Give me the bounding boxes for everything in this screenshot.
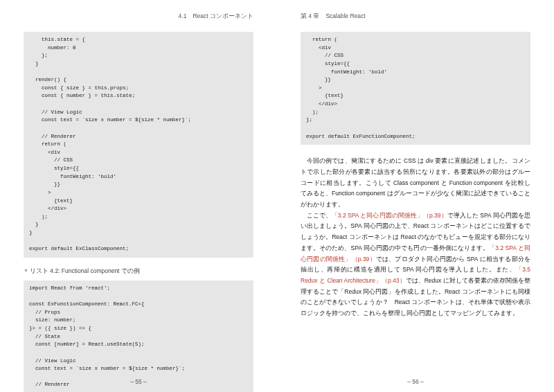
triangle-icon: ▼ bbox=[24, 268, 28, 273]
page-right: 第 4 章 Scalable React return ( <div // CS… bbox=[277, 0, 554, 392]
page-number-left: – 55 – bbox=[0, 378, 277, 385]
code-block-function-component-end: return ( <div // CSS style={{ fontWeight… bbox=[301, 32, 530, 145]
code-block-function-component-start: import React from 'react'; const ExFunct… bbox=[24, 280, 253, 392]
page-left: 4.1 React コンポーネント this.state = { number:… bbox=[0, 0, 277, 392]
listing-caption-text: リスト 4.2: Functional component での例 bbox=[30, 267, 140, 274]
body-text: 今回の例では、簡潔にするために CSS は div 要素に直接記述しました。コメ… bbox=[301, 156, 530, 319]
paragraph-1: 今回の例では、簡潔にするために CSS は div 要素に直接記述しました。コメ… bbox=[301, 157, 530, 208]
running-header-left: 4.1 React コンポーネント bbox=[24, 12, 253, 21]
listing-caption: ▼リスト 4.2: Functional component での例 bbox=[24, 267, 253, 276]
cross-reference-1: 「3.2 SPA と同心円図の関係性」（p.39） bbox=[332, 212, 447, 219]
running-header-right: 第 4 章 Scalable React bbox=[301, 12, 530, 21]
code-block-class-component: this.state = { number: 0 }; } render() {… bbox=[24, 32, 253, 258]
paragraph-2-pre: ここで、 bbox=[307, 212, 332, 219]
page-number-right: – 56 – bbox=[277, 378, 554, 385]
